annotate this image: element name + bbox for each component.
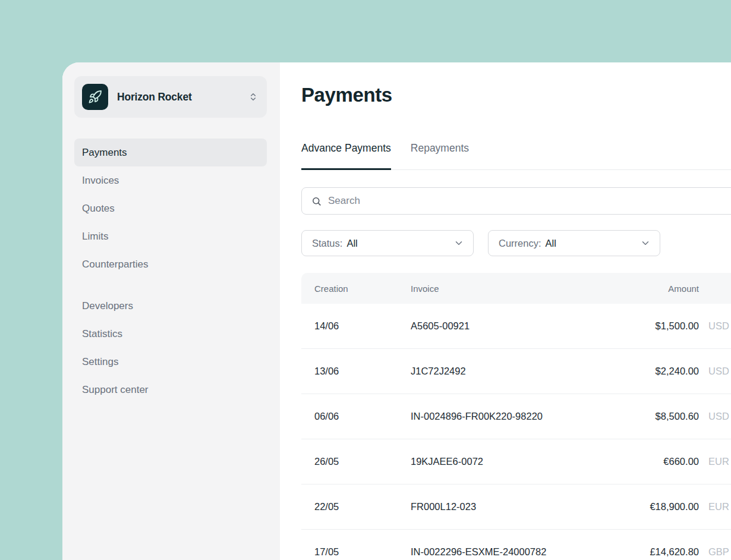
- payments-table: Creation Invoice Amount 14/06A5605-00921…: [301, 273, 731, 560]
- sidebar-item-payments[interactable]: Payments: [74, 139, 267, 166]
- table-row[interactable]: 14/06A5605-00921$1,500.00USD: [301, 304, 731, 349]
- cell-currency: USD: [699, 411, 731, 422]
- table-row[interactable]: 06/06IN-0024896-FR00K220-98220$8,500.60U…: [301, 394, 731, 439]
- sidebar-item-counterparties[interactable]: Counterparties: [74, 250, 267, 278]
- cell-currency: EUR: [699, 456, 731, 467]
- chevrons-up-down-icon: [248, 92, 258, 102]
- search-input[interactable]: [328, 195, 731, 207]
- filter-row: Status: All Currency: All: [301, 230, 731, 256]
- cell-invoice: J1C72J2492: [411, 366, 616, 377]
- brand-logo: [82, 84, 108, 110]
- cell-currency: USD: [699, 320, 731, 332]
- filter-value: All: [546, 238, 556, 249]
- app-window: Horizon Rocket PaymentsInvoicesQuotesLim…: [62, 62, 731, 560]
- tab-bar: Advance Payments Repayments: [301, 142, 731, 170]
- cell-creation: 13/06: [314, 366, 411, 377]
- cell-invoice: IN-0022296-ESXME-24000782: [411, 546, 616, 558]
- workspace-name: Horizon Rocket: [117, 91, 192, 103]
- cell-currency: GBP: [699, 546, 731, 558]
- cell-creation: 06/06: [314, 411, 411, 422]
- table-row[interactable]: 26/0519KJAEE6-0072€660.00EUR: [301, 439, 731, 485]
- tab-advance-payments[interactable]: Advance Payments: [301, 142, 391, 170]
- cell-amount: $2,240.00: [616, 366, 699, 377]
- sidebar-section: PaymentsInvoicesQuotesLimitsCounterparti…: [74, 139, 267, 278]
- currency-filter-dropdown[interactable]: Currency: All: [488, 230, 660, 256]
- sidebar-item-invoices[interactable]: Invoices: [74, 166, 267, 194]
- table-body: 14/06A5605-00921$1,500.00USD13/06J1C72J2…: [301, 304, 731, 560]
- main-content: Payments Advance Payments Repayments Sta…: [280, 62, 731, 560]
- cell-amount: £14,620.80: [616, 546, 699, 558]
- sidebar-item-limits[interactable]: Limits: [74, 222, 267, 250]
- table-header: Creation Invoice Amount: [301, 273, 731, 304]
- cell-invoice: 19KJAEE6-0072: [411, 456, 616, 467]
- column-header-creation: Creation: [314, 284, 411, 294]
- table-row[interactable]: 17/05IN-0022296-ESXME-24000782£14,620.80…: [301, 530, 731, 560]
- cell-invoice: IN-0024896-FR00K220-98220: [411, 411, 616, 422]
- search-icon: [311, 196, 322, 206]
- cell-currency: USD: [699, 366, 731, 377]
- sidebar-item-developers[interactable]: Developers: [74, 292, 267, 320]
- column-header-amount: Amount: [616, 284, 699, 294]
- sidebar-nav: PaymentsInvoicesQuotesLimitsCounterparti…: [74, 139, 267, 404]
- filter-value: All: [346, 238, 357, 249]
- cell-invoice: FR000L12-023: [411, 501, 616, 512]
- chevron-down-icon: [453, 238, 464, 248]
- page-title: Payments: [301, 82, 731, 108]
- sidebar-item-quotes[interactable]: Quotes: [74, 194, 267, 222]
- search-bar: [301, 187, 731, 215]
- cell-creation: 17/05: [314, 546, 411, 558]
- cell-amount: $1,500.00: [616, 320, 699, 332]
- cell-invoice: A5605-00921: [411, 320, 616, 332]
- workspace-switcher[interactable]: Horizon Rocket: [74, 76, 267, 118]
- table-row[interactable]: 13/06J1C72J2492$2,240.00USD: [301, 349, 731, 394]
- column-header-invoice: Invoice: [411, 284, 616, 294]
- status-filter-dropdown[interactable]: Status: All: [301, 230, 474, 256]
- filter-label: Currency:: [499, 238, 541, 249]
- sidebar: Horizon Rocket PaymentsInvoicesQuotesLim…: [62, 62, 280, 560]
- cell-amount: €660.00: [616, 456, 699, 467]
- table-row[interactable]: 22/05FR000L12-023€18,900.00EUR: [301, 485, 731, 530]
- sidebar-item-settings[interactable]: Settings: [74, 348, 267, 376]
- filter-label: Status:: [312, 238, 342, 249]
- cell-amount: €18,900.00: [616, 501, 699, 512]
- sidebar-section: DevelopersStatisticsSettingsSupport cent…: [74, 292, 267, 404]
- rocket-icon: [88, 90, 102, 104]
- sidebar-item-support-center[interactable]: Support center: [74, 376, 267, 404]
- tab-repayments[interactable]: Repayments: [411, 142, 469, 170]
- cell-creation: 26/05: [314, 456, 411, 467]
- cell-creation: 22/05: [314, 501, 411, 512]
- cell-creation: 14/06: [314, 320, 411, 332]
- cell-currency: EUR: [699, 501, 731, 512]
- cell-amount: $8,500.60: [616, 411, 699, 422]
- sidebar-item-statistics[interactable]: Statistics: [74, 320, 267, 348]
- chevron-down-icon: [640, 238, 651, 248]
